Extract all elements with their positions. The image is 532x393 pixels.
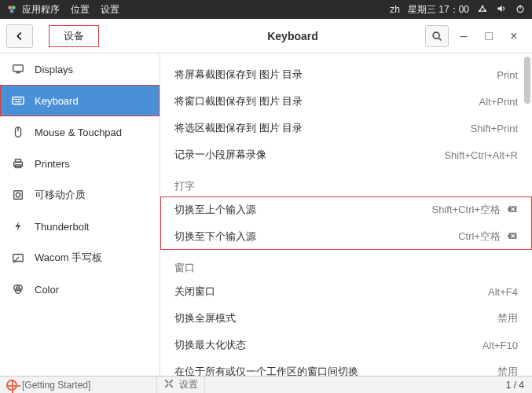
tablet-icon bbox=[11, 252, 25, 264]
sidebar-item-keyboard[interactable]: Keyboard bbox=[0, 85, 160, 116]
section-typing: 打字 bbox=[174, 168, 518, 196]
search-icon bbox=[431, 30, 443, 42]
mouse-icon bbox=[11, 126, 25, 138]
shortcut-combo: 禁用 bbox=[497, 311, 518, 325]
sidebar-item--[interactable]: 可移动介质 bbox=[0, 179, 160, 211]
keyboard-icon bbox=[11, 94, 25, 107]
sidebar-item-label: Color bbox=[35, 284, 59, 296]
taskbar: [Getting Started] 设置 1 / 4 bbox=[0, 376, 532, 393]
clock[interactable]: 星期三 17：00 bbox=[408, 3, 469, 17]
shortcut-desc: 切换全屏模式 bbox=[174, 311, 236, 325]
printer-icon bbox=[11, 157, 25, 170]
shortcut-combo: Shift+Ctrl+空格 bbox=[432, 203, 518, 217]
tools-icon bbox=[163, 378, 174, 391]
shortcut-desc: 将屏幕截图保存到 图片 目录 bbox=[174, 68, 303, 82]
shortcut-desc: 将窗口截图保存到 图片 目录 bbox=[174, 94, 303, 108]
content-pane: 将屏幕截图保存到 图片 目录 Print 将窗口截图保存到 图片 目录 Alt+… bbox=[160, 53, 532, 376]
sound-icon[interactable] bbox=[496, 3, 507, 17]
sidebar-item-wacom-[interactable]: Wacom 手写板 bbox=[0, 242, 160, 274]
sidebar-item-label: Displays bbox=[35, 64, 73, 75]
shortcut-desc: 切换至上个输入源 bbox=[174, 203, 256, 217]
svg-point-29 bbox=[10, 9, 14, 13]
menu-applications[interactable]: 应用程序 bbox=[22, 3, 60, 17]
shortcut-combo: Ctrl+空格 bbox=[458, 230, 518, 244]
sidebar-item-label: Printers bbox=[35, 158, 70, 170]
system-topbar: 应用程序 位置 设置 zh 星期三 17：00 bbox=[0, 0, 532, 19]
drive-icon bbox=[11, 189, 25, 201]
shortcut-row[interactable]: 切换至下个输入源 Ctrl+空格 bbox=[174, 223, 518, 250]
shortcut-desc: 切换最大化状态 bbox=[174, 338, 246, 352]
task-settings[interactable]: 设置 bbox=[157, 376, 205, 393]
sidebar-item-label: Wacom 手写板 bbox=[35, 251, 102, 265]
shortcut-row[interactable]: 在位于所有或仅一个工作区的窗口间切换 禁用 bbox=[174, 358, 518, 376]
shortcut-row[interactable]: 切换至上个输入源 Shift+Ctrl+空格 bbox=[174, 196, 518, 223]
sidebar-item-label: Keyboard bbox=[35, 95, 79, 107]
shortcut-desc: 关闭窗口 bbox=[174, 285, 215, 299]
task-label: 设置 bbox=[179, 378, 198, 391]
sidebar-item-thunderbolt[interactable]: Thunderbolt bbox=[0, 211, 160, 242]
sidebar: DisplaysKeyboardMouse & TouchpadPrinters… bbox=[0, 53, 160, 376]
shortcut-row[interactable]: 将窗口截图保存到 图片 目录 Alt+Print bbox=[174, 88, 518, 115]
shortcut-row[interactable]: 切换最大化状态 Alt+F10 bbox=[174, 332, 518, 358]
sidebar-item-label: 可移动介质 bbox=[35, 188, 86, 202]
shortcut-combo: 禁用 bbox=[497, 365, 518, 376]
scrollbar[interactable] bbox=[524, 57, 530, 104]
typing-group: 切换至上个输入源 Shift+Ctrl+空格 切换至下个输入源 Ctrl+空格 bbox=[160, 196, 532, 250]
task-getting-started[interactable]: [Getting Started] bbox=[0, 376, 157, 393]
shortcut-row[interactable]: 将选区截图保存到 图片 目录 Shift+Print bbox=[174, 115, 518, 141]
shortcut-row[interactable]: 切换全屏模式 禁用 bbox=[174, 305, 518, 332]
shortcut-combo: Alt+F4 bbox=[488, 286, 518, 298]
network-icon[interactable] bbox=[477, 3, 488, 17]
shortcut-combo: Alt+F10 bbox=[482, 340, 518, 351]
sidebar-item-color[interactable]: Color bbox=[0, 274, 160, 305]
minimize-button[interactable]: – bbox=[453, 26, 474, 46]
help-icon bbox=[6, 380, 17, 391]
maximize-button[interactable]: □ bbox=[479, 26, 499, 46]
shortcut-combo: Alt+Print bbox=[479, 96, 519, 108]
menu-settings[interactable]: 设置 bbox=[101, 3, 119, 17]
power-icon[interactable] bbox=[515, 3, 526, 17]
search-button[interactable] bbox=[425, 25, 449, 47]
back-button[interactable] bbox=[6, 24, 33, 48]
color-icon bbox=[11, 283, 25, 296]
page-title: Keyboard bbox=[160, 30, 425, 42]
shortcut-combo: Shift+Ctrl+Alt+R bbox=[444, 149, 518, 161]
sidebar-item-printers[interactable]: Printers bbox=[0, 148, 160, 179]
menu-places[interactable]: 位置 bbox=[71, 3, 90, 17]
display-icon bbox=[11, 63, 25, 75]
shortcut-row[interactable]: 将屏幕截图保存到 图片 目录 Print bbox=[174, 61, 518, 88]
close-button[interactable]: × bbox=[504, 26, 524, 46]
shortcut-row[interactable]: 关闭窗口 Alt+F4 bbox=[174, 278, 518, 305]
shortcut-desc: 将选区截图保存到 图片 目录 bbox=[174, 121, 303, 135]
workspace-pager[interactable]: 1 / 4 bbox=[498, 380, 532, 391]
thunderbolt-icon bbox=[11, 220, 25, 233]
shortcut-desc: 记录一小段屏幕录像 bbox=[174, 148, 266, 162]
task-label: [Getting Started] bbox=[22, 380, 90, 391]
lang-indicator[interactable]: zh bbox=[390, 4, 400, 15]
breadcrumb[interactable]: 设备 bbox=[49, 25, 99, 47]
sidebar-item-displays[interactable]: Displays bbox=[0, 53, 160, 85]
clear-icon[interactable] bbox=[507, 204, 518, 215]
clear-icon[interactable] bbox=[507, 231, 518, 242]
shortcut-desc: 切换至下个输入源 bbox=[174, 230, 256, 244]
activities-icon bbox=[6, 4, 17, 15]
sidebar-item-label: Mouse & Touchpad bbox=[35, 127, 122, 138]
section-window: 窗口 bbox=[174, 250, 518, 278]
shortcut-row[interactable]: 记录一小段屏幕录像 Shift+Ctrl+Alt+R bbox=[174, 141, 518, 168]
shortcut-combo: Print bbox=[497, 69, 518, 81]
window-header: 设备 Keyboard – □ × bbox=[0, 19, 532, 53]
shortcut-combo: Shift+Print bbox=[471, 123, 518, 134]
shortcut-desc: 在位于所有或仅一个工作区的窗口间切换 bbox=[174, 365, 358, 376]
svg-point-27 bbox=[8, 6, 12, 9]
sidebar-item-mouse-touchpad[interactable]: Mouse & Touchpad bbox=[0, 116, 160, 148]
sidebar-item-label: Thunderbolt bbox=[35, 221, 89, 233]
chevron-left-icon bbox=[13, 30, 26, 42]
svg-point-28 bbox=[12, 6, 16, 9]
